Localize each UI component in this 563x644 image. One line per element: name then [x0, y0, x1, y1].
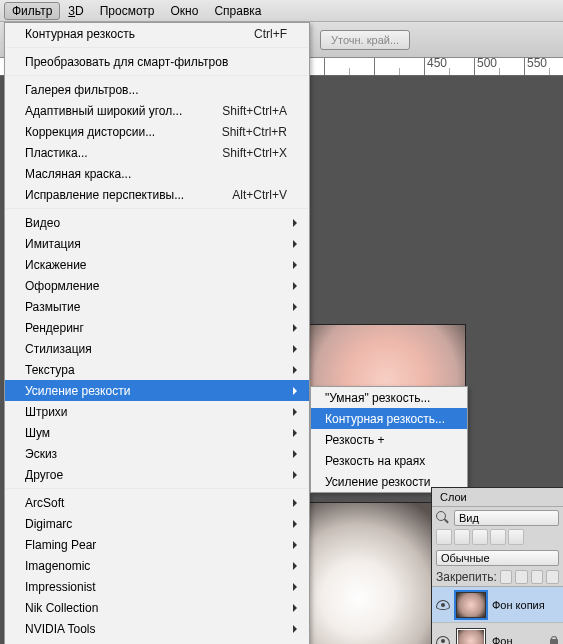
menu-item-video[interactable]: Видео — [5, 212, 309, 233]
menu-item-distort[interactable]: Искажение — [5, 254, 309, 275]
menu-item-texture[interactable]: Текстура — [5, 359, 309, 380]
menu-item-last-filter[interactable]: Контурная резкостьCtrl+F — [5, 23, 309, 44]
menu-item-brush-strokes[interactable]: Штрихи — [5, 401, 309, 422]
menu-item-pixelate[interactable]: Оформление — [5, 275, 309, 296]
ruler-tick: 550 — [524, 58, 547, 76]
menu-item-flaming-pear[interactable]: Flaming Pear — [5, 534, 309, 555]
ruler-tick: 500 — [474, 58, 497, 76]
lock-image-icon[interactable] — [515, 570, 528, 584]
menu-item-render[interactable]: Рендеринг — [5, 317, 309, 338]
menu-item-digimarc[interactable]: Digimarc — [5, 513, 309, 534]
menu-item-nik-collection[interactable]: Nik Collection — [5, 597, 309, 618]
menu-window[interactable]: Окно — [162, 2, 206, 20]
menu-item-redfield[interactable]: Redfield — [5, 639, 309, 644]
menu-item-blur[interactable]: Размытие — [5, 296, 309, 317]
menu-3d[interactable]: 3D — [60, 2, 91, 20]
lock-transparent-icon[interactable] — [500, 570, 513, 584]
filter-shape-icon[interactable] — [490, 529, 506, 545]
menu-item-lens-correction[interactable]: Коррекция дисторсии...Shift+Ctrl+R — [5, 121, 309, 142]
menu-item-arcsoft[interactable]: ArcSoft — [5, 492, 309, 513]
menu-item-filter-gallery[interactable]: Галерея фильтров... — [5, 79, 309, 100]
visibility-eye-icon[interactable] — [436, 598, 450, 612]
menu-item-vanishing-point[interactable]: Исправление перспективы...Alt+Ctrl+V — [5, 184, 309, 205]
layer-row[interactable]: Фон — [432, 623, 563, 644]
lock-position-icon[interactable] — [531, 570, 544, 584]
layer-name[interactable]: Фон — [492, 635, 513, 645]
filter-pixel-icon[interactable] — [436, 529, 452, 545]
menu-item-oil-paint[interactable]: Масляная краска... — [5, 163, 309, 184]
menubar: Фильтр 3D Просмотр Окно Справка — [0, 0, 563, 22]
menu-item-noise[interactable]: Шум — [5, 422, 309, 443]
layer-list: Фон копия Фон — [432, 586, 563, 644]
blend-mode-select[interactable]: Обычные — [436, 550, 559, 566]
menu-item-nvidia-tools[interactable]: NVIDIA Tools — [5, 618, 309, 639]
filter-adjustment-icon[interactable] — [454, 529, 470, 545]
menu-filter[interactable]: Фильтр — [4, 2, 60, 20]
layer-name[interactable]: Фон копия — [492, 599, 545, 611]
ruler-tick: 450 — [424, 58, 447, 76]
visibility-eye-icon[interactable] — [436, 634, 450, 645]
lock-label: Закрепить: — [436, 570, 497, 584]
layer-row[interactable]: Фон копия — [432, 587, 563, 623]
filter-menu: Контурная резкостьCtrl+F Преобразовать д… — [4, 22, 310, 644]
menu-item-sharpen[interactable]: Усиление резкости — [5, 380, 309, 401]
search-icon — [436, 511, 450, 525]
layers-panel: Слои Вид Обычные Закрепить: Фон копия Фо… — [431, 487, 563, 644]
menu-item-stylize[interactable]: Стилизация — [5, 338, 309, 359]
filter-smart-icon[interactable] — [508, 529, 524, 545]
layer-thumbnail[interactable] — [456, 628, 486, 645]
lock-icon — [549, 636, 559, 645]
menu-item-artistic[interactable]: Имитация — [5, 233, 309, 254]
submenu-sharpen-edges[interactable]: Резкость на краях — [311, 450, 467, 471]
menu-item-other[interactable]: Другое — [5, 464, 309, 485]
menu-item-impressionist[interactable]: Impressionist — [5, 576, 309, 597]
layer-filter-icons — [432, 529, 563, 548]
sharpen-submenu: "Умная" резкость... Контурная резкость..… — [310, 386, 468, 493]
submenu-smart-sharpen[interactable]: "Умная" резкость... — [311, 387, 467, 408]
lock-all-icon[interactable] — [546, 570, 559, 584]
menu-item-liquify[interactable]: Пластика...Shift+Ctrl+X — [5, 142, 309, 163]
ruler-tick — [324, 58, 327, 76]
layers-tab[interactable]: Слои — [432, 488, 563, 507]
menu-item-imagenomic[interactable]: Imagenomic — [5, 555, 309, 576]
submenu-sharpen-more[interactable]: Резкость + — [311, 429, 467, 450]
ruler-tick — [374, 58, 377, 76]
menu-item-sketch[interactable]: Эскиз — [5, 443, 309, 464]
menu-item-adaptive-wide-angle[interactable]: Адаптивный широкий угол...Shift+Ctrl+A — [5, 100, 309, 121]
menu-view[interactable]: Просмотр — [92, 2, 163, 20]
layer-thumbnail[interactable] — [456, 592, 486, 618]
filter-type-icon[interactable] — [472, 529, 488, 545]
refine-edge-button[interactable]: Уточн. край... — [320, 30, 410, 50]
document-image-preview — [306, 502, 436, 644]
submenu-unsharp-mask[interactable]: Контурная резкость... — [311, 408, 467, 429]
layer-filter-kind-select[interactable]: Вид — [454, 510, 559, 526]
menu-item-convert-smart[interactable]: Преобразовать для смарт-фильтров — [5, 51, 309, 72]
menu-help[interactable]: Справка — [206, 2, 269, 20]
